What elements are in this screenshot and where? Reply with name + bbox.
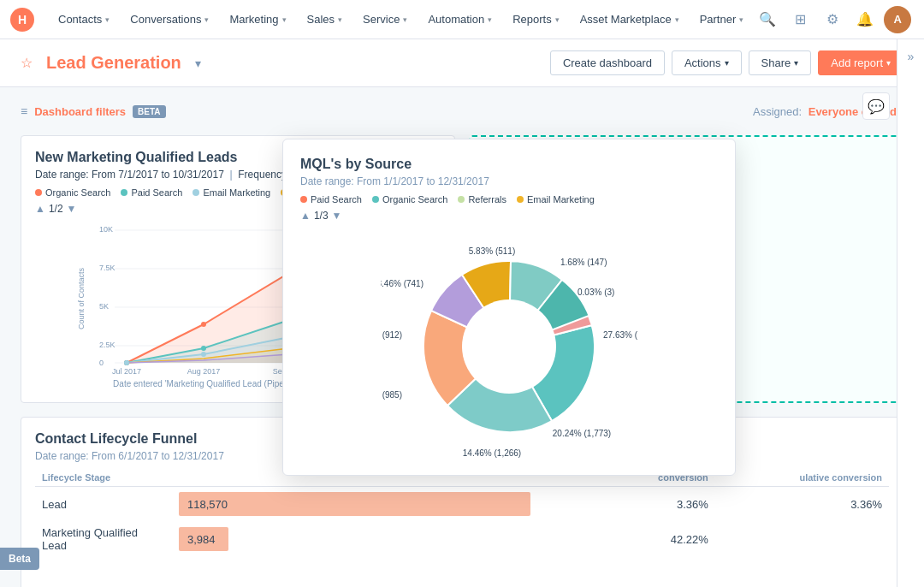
right-sidebar: » — [897, 39, 924, 587]
subheader-actions: Create dashboard Actions ▾ Share ▾ Add r… — [550, 50, 903, 75]
chat-button[interactable]: 💬 — [862, 92, 890, 120]
page-indicator: 1/2 — [49, 203, 63, 215]
svg-text:20.24% (1,773): 20.24% (1,773) — [553, 429, 611, 438]
svg-text:H: H — [18, 13, 27, 27]
nav-partner[interactable]: Partner ▾ — [690, 0, 755, 39]
cumulative-value — [715, 521, 889, 557]
legend-referrals: Referrals — [458, 194, 506, 205]
pie-page-prev-icon[interactable]: ▲ — [300, 210, 311, 222]
user-avatar[interactable]: A — [884, 6, 911, 33]
chevron-down-icon: ▾ — [739, 15, 743, 24]
account-chevron-icon[interactable]: ▾ — [916, 6, 924, 33]
nav-automation[interactable]: Automation ▾ — [418, 0, 502, 39]
create-dashboard-button[interactable]: Create dashboard — [550, 50, 665, 75]
pie-page-next-icon[interactable]: ▼ — [332, 210, 342, 222]
chevron-down-icon: ▾ — [338, 15, 342, 24]
svg-text:Count of Contacts: Count of Contacts — [77, 267, 86, 329]
assigned-prefix: Assigned: — [753, 105, 802, 118]
cumulative-header: ulative conversion — [715, 469, 889, 487]
bar-value: 3,984 — [187, 533, 216, 546]
chevron-down-icon: ▾ — [204, 15, 209, 24]
nav-contacts[interactable]: Contacts ▾ — [48, 0, 120, 39]
pie-chart-date: Date range: From 1/1/2017 to 12/31/2017 — [300, 175, 718, 187]
hubspot-logo[interactable]: H — [10, 8, 34, 32]
main-content: ≡ Dashboard filters BETA Assigned: Every… — [0, 87, 924, 587]
chevron-down-icon: ▾ — [403, 15, 407, 24]
table-row: Marketing Qualified Lead 3,984 42.22% — [35, 521, 889, 557]
row-label: Lead — [35, 487, 172, 522]
legend-dot — [372, 196, 379, 203]
add-report-button[interactable]: Add report ▾ — [818, 50, 903, 75]
nav-conversations[interactable]: Conversations ▾ — [120, 0, 219, 39]
svg-text:Aug 2017: Aug 2017 — [187, 367, 221, 376]
legend-email-marketing: Email Marketing — [517, 194, 595, 205]
svg-point-19 — [201, 322, 206, 327]
pie-chart-overlay: MQL's by Source Date range: From 1/1/201… — [282, 139, 736, 476]
conversion-value: 3.36% — [600, 487, 715, 522]
dashboard-filters-label[interactable]: Dashboard filters — [34, 105, 126, 118]
chevron-down-icon: ▾ — [488, 15, 492, 24]
conversion-value: 42.22% — [600, 521, 715, 557]
table-row: Lead 118,570 3.36% 3.36% — [35, 487, 889, 522]
pie-pagination: ▲ 1/3 ▼ — [300, 210, 718, 222]
nav-reports[interactable]: Reports ▾ — [502, 0, 570, 39]
title-dropdown-icon[interactable]: ▾ — [195, 56, 201, 70]
bar-cell: 118,570 — [172, 487, 600, 522]
pie-page-indicator: 1/3 — [314, 210, 329, 222]
pie-chart-area: 27.63% (2,420) 20.24% (1,773) 14.46% (1,… — [300, 235, 718, 458]
legend-paid-search: Paid Search — [121, 187, 182, 198]
svg-point-22 — [201, 346, 206, 351]
favorite-star-icon[interactable]: ☆ — [21, 55, 33, 71]
svg-text:7.5K: 7.5K — [99, 264, 116, 272]
svg-text:1.68% (147): 1.68% (147) — [560, 258, 607, 267]
search-icon[interactable]: 🔍 — [754, 6, 781, 33]
apps-icon[interactable]: ⊞ — [786, 6, 814, 33]
share-chevron-icon: ▾ — [794, 58, 798, 68]
chevron-down-icon: ▾ — [675, 15, 679, 24]
nav-items: Contacts ▾ Conversations ▾ Marketing ▾ S… — [48, 0, 754, 39]
nav-right-icons: 🔍 ⊞ ⚙ 🔔 A ▾ — [754, 6, 924, 33]
nav-service[interactable]: Service ▾ — [352, 0, 418, 39]
legend-dot — [192, 189, 199, 196]
sidebar-collapse-button[interactable]: » — [901, 46, 921, 67]
filters-left: ≡ Dashboard filters BETA — [21, 104, 166, 118]
pie-chart-svg: 27.63% (2,420) 20.24% (1,773) 14.46% (1,… — [381, 235, 637, 458]
legend-dot — [458, 196, 465, 203]
beta-bottom-badge[interactable]: Beta — [0, 548, 39, 570]
svg-text:0.03% (3): 0.03% (3) — [578, 288, 614, 297]
actions-button[interactable]: Actions ▾ — [672, 50, 742, 75]
page-next-icon[interactable]: ▼ — [67, 203, 77, 215]
legend-dot — [121, 189, 127, 196]
settings-icon[interactable]: ⚙ — [819, 6, 846, 33]
dashboard-title[interactable]: Lead Generation — [46, 53, 181, 73]
notifications-icon[interactable]: 🔔 — [851, 6, 879, 33]
nav-marketing[interactable]: Marketing ▾ — [219, 0, 296, 39]
legend-paid-search: Paid Search — [300, 194, 362, 205]
svg-text:10K: 10K — [99, 225, 113, 234]
svg-text:27.63% (2,420): 27.63% (2,420) — [603, 330, 637, 340]
legend-dot — [300, 196, 307, 203]
filters-bar: ≡ Dashboard filters BETA Assigned: Every… — [21, 104, 903, 118]
cumulative-value: 3.36% — [715, 487, 889, 522]
svg-point-24 — [124, 360, 129, 365]
pie-chart-legend: Paid Search Organic Search Referrals Ema… — [300, 194, 718, 205]
nav-sales[interactable]: Sales ▾ — [297, 0, 353, 39]
svg-text:10.41% (912): 10.41% (912) — [381, 330, 402, 340]
svg-text:8.46% (741): 8.46% (741) — [381, 279, 424, 288]
page-prev-icon[interactable]: ▲ — [35, 203, 45, 215]
chevron-down-icon: ▾ — [105, 15, 110, 24]
svg-point-25 — [201, 352, 206, 357]
legend-organic-search: Organic Search — [372, 194, 447, 205]
row-label: Marketing Qualified Lead — [35, 521, 172, 557]
actions-chevron-icon: ▾ — [725, 58, 729, 68]
share-button[interactable]: Share ▾ — [749, 50, 812, 75]
top-navigation: H Contacts ▾ Conversations ▾ Marketing ▾… — [0, 0, 924, 39]
funnel-table: Lifecycle Stage conversion ulative conve… — [35, 469, 889, 557]
pie-chart-title: MQL's by Source — [300, 157, 718, 172]
svg-text:2.5K: 2.5K — [99, 341, 116, 349]
bar-cell: 3,984 — [172, 521, 600, 557]
add-report-chevron-icon: ▾ — [886, 58, 891, 68]
filter-icon: ≡ — [21, 104, 27, 118]
nav-asset-marketplace[interactable]: Asset Marketplace ▾ — [570, 0, 690, 39]
svg-text:Jul 2017: Jul 2017 — [112, 367, 141, 376]
